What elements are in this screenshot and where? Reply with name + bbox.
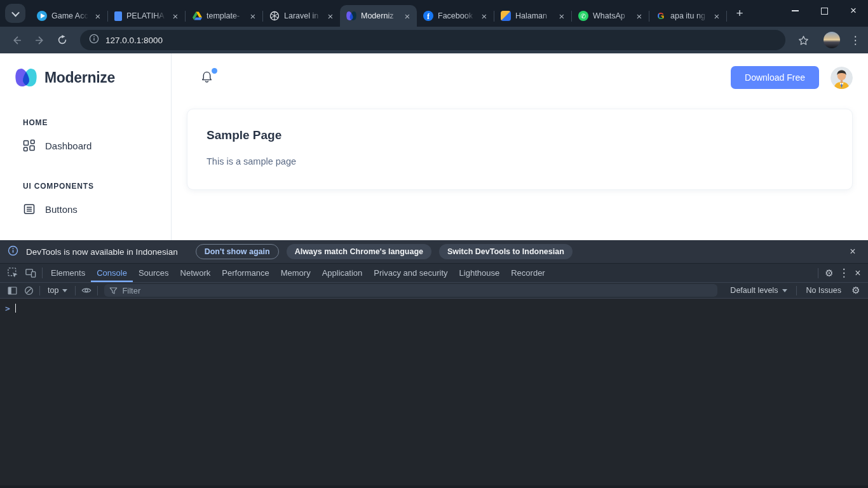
tab-close-icon[interactable] [402, 11, 412, 21]
notification-bell-icon[interactable] [200, 70, 215, 85]
switch-to-indonesian-button[interactable]: Switch DevTools to Indonesian [439, 244, 573, 259]
tab-close-icon[interactable] [712, 11, 722, 21]
info-icon [8, 245, 18, 258]
text-cursor [15, 304, 17, 313]
reload-button[interactable] [52, 30, 72, 50]
browser-tab-game[interactable]: Game Acc [31, 5, 107, 27]
console-toolbar: top Filter Default levels No Issues [0, 282, 868, 299]
browser-tab-halaman[interactable]: Halaman [494, 5, 571, 27]
chevron-down-icon [62, 289, 67, 292]
site-info-icon[interactable] [89, 34, 99, 46]
back-button[interactable] [6, 30, 27, 50]
browser-profile-avatar[interactable] [824, 32, 840, 48]
tab-close-icon[interactable] [479, 11, 489, 21]
devtools-tab-console[interactable]: Console [91, 264, 133, 282]
funnel-icon [109, 287, 118, 295]
browser-toolbar: 127.0.0.1:8000 [0, 27, 868, 53]
web-page: Modernize HOME Dashboard UI COMPONENTS B… [0, 53, 868, 240]
console-prompt[interactable] [5, 302, 868, 314]
browser-menu-icon[interactable] [849, 34, 862, 47]
devtools-close-icon[interactable] [850, 266, 865, 281]
tab-close-icon[interactable] [93, 11, 103, 21]
list-icon [23, 203, 36, 215]
whatsapp-icon [578, 11, 588, 21]
console-context-selector[interactable]: top [43, 286, 72, 295]
modernize-logo-icon [15, 67, 37, 88]
minimize-button[interactable] [780, 0, 810, 22]
bookmark-star-icon[interactable] [793, 30, 813, 50]
page-content: Sample Page This is a sample page [172, 102, 868, 240]
restore-window-button[interactable] [810, 0, 839, 22]
match-chrome-language-button[interactable]: Always match Chrome's language [287, 244, 431, 259]
console-settings-gear-icon[interactable] [848, 285, 864, 296]
console-sidebar-toggle-icon[interactable] [4, 283, 20, 297]
brand-name: Modernize [44, 69, 115, 86]
infobar-close-icon[interactable] [845, 244, 860, 259]
chevron-down-icon [11, 8, 20, 17]
devtools-tab-lighthouse[interactable]: Lighthouse [454, 264, 506, 282]
browser-tab-whatsapp[interactable]: WhatsAp [572, 5, 649, 27]
clear-console-icon[interactable] [20, 283, 37, 297]
browser-tab-strip: Game Acc PELATIHA template- Laravel in [0, 0, 868, 27]
devtools-tab-elements[interactable]: Elements [45, 264, 91, 282]
chevron-down-icon [782, 289, 787, 292]
console-filter-input[interactable]: Filter [104, 284, 717, 297]
devtools-tab-network[interactable]: Network [175, 264, 217, 282]
tab-close-icon[interactable] [325, 11, 336, 21]
devtools-tab-sources[interactable]: Sources [133, 264, 175, 282]
tab-close-icon[interactable] [248, 11, 258, 21]
devtools-tab-recorder[interactable]: Recorder [505, 264, 550, 282]
live-expression-eye-icon[interactable] [78, 283, 95, 297]
devtools-tab-application[interactable]: Application [316, 264, 369, 282]
devtools-menu-icon[interactable] [837, 266, 850, 280]
devtools-settings-gear-icon[interactable] [821, 268, 837, 279]
console-prompt-chevron-icon [5, 304, 10, 313]
browser-tab-template[interactable]: template- [186, 5, 262, 27]
google-docs-icon [114, 11, 122, 21]
tab-title: WhatsAp [593, 11, 630, 20]
console-output-area[interactable] [0, 299, 868, 488]
dont-show-again-button[interactable]: Don't show again [196, 244, 279, 259]
tab-title: Game Acc [51, 11, 88, 20]
tab-title: PELATIHA [126, 11, 166, 20]
google-drive-icon [192, 11, 202, 21]
download-free-button[interactable]: Download Free [731, 66, 819, 89]
close-window-button[interactable] [839, 0, 868, 22]
brand-logo[interactable]: Modernize [0, 53, 171, 102]
tab-close-icon[interactable] [634, 11, 644, 21]
address-bar[interactable]: 127.0.0.1:8000 [80, 30, 785, 50]
browser-window: Game Acc PELATIHA template- Laravel in [0, 0, 868, 488]
devtools-tab-bar: Elements Console Sources Network Perform… [0, 263, 868, 282]
issues-counter[interactable]: No Issues [799, 286, 848, 295]
browser-tab-laravel[interactable]: Laravel in [263, 5, 340, 27]
user-avatar[interactable] [831, 67, 853, 89]
sidebar-item-buttons[interactable]: Buttons [0, 197, 171, 221]
grid-icon [23, 139, 36, 152]
tab-close-icon[interactable] [557, 11, 567, 21]
app-header: Download Free [172, 53, 868, 102]
inspect-cursor-icon[interactable] [4, 264, 22, 282]
device-toolbar-icon[interactable] [22, 264, 39, 282]
browser-tab-pelatihan[interactable]: PELATIHA [108, 5, 185, 27]
infobar-message: DevTools is now available in Indonesian [26, 247, 178, 257]
telegram-icon [37, 11, 47, 21]
devtools-panel: DevTools is now available in Indonesian … [0, 240, 868, 488]
sidebar-item-dashboard[interactable]: Dashboard [0, 133, 171, 158]
main-area: Download Free Sample Page This is a samp… [172, 53, 868, 240]
devtools-tab-privacy[interactable]: Privacy and security [368, 264, 453, 282]
tab-title: Halaman [515, 11, 552, 20]
halaman-icon [501, 11, 511, 21]
new-tab-button[interactable] [731, 4, 749, 22]
forward-button[interactable] [29, 30, 50, 50]
devtools-tab-performance[interactable]: Performance [216, 264, 275, 282]
browser-tab-modernize-active[interactable]: Moderniz [340, 5, 417, 27]
tab-search-button[interactable] [5, 4, 25, 23]
log-levels-selector[interactable]: Default levels [724, 286, 794, 295]
browser-tab-facebook[interactable]: Facebook [417, 5, 494, 27]
tab-close-icon[interactable] [170, 11, 180, 21]
url-text: 127.0.0.1:8000 [105, 36, 163, 45]
browser-tab-search-google[interactable]: apa itu ng [649, 5, 726, 27]
nav-section-ui-components: UI COMPONENTS [23, 182, 171, 191]
tab-title: template- [207, 11, 243, 20]
devtools-tab-memory[interactable]: Memory [275, 264, 316, 282]
